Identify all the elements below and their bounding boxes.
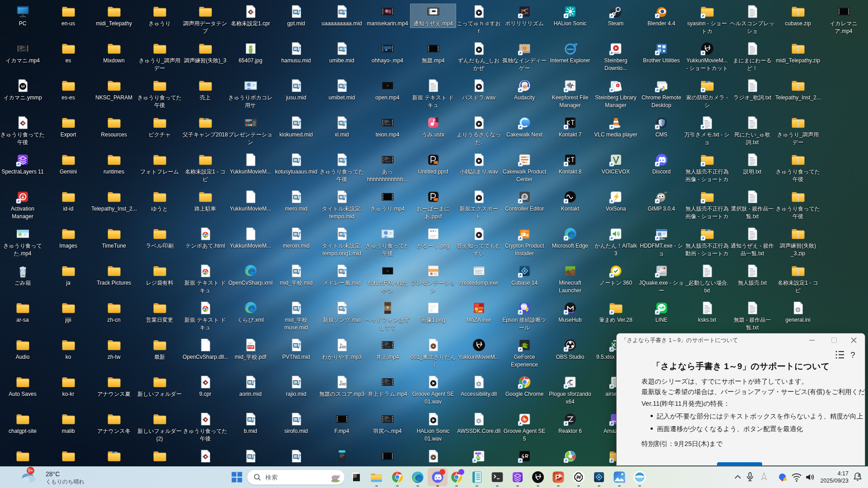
svg-text:?: ? bbox=[850, 350, 855, 360]
